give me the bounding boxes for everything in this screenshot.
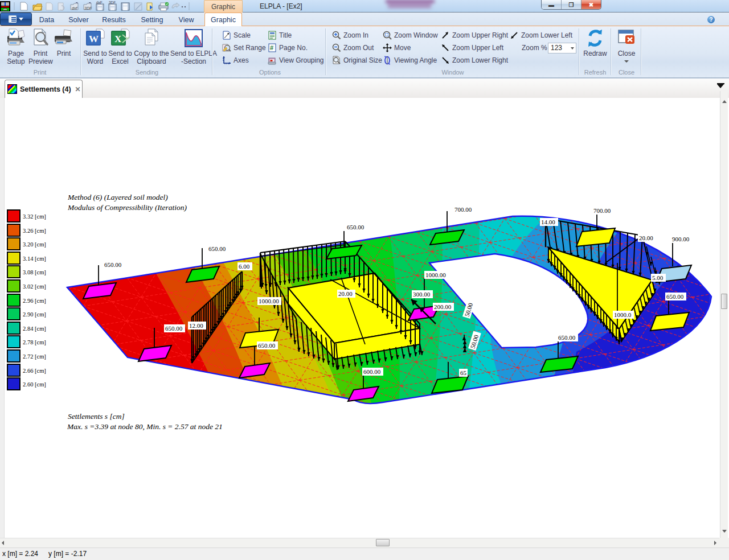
svg-text:650.00: 650.00 (104, 261, 122, 268)
svg-text:900.00: 900.00 (672, 236, 690, 242)
svg-text:650.00: 650.00 (558, 334, 576, 341)
svg-text:3.20 [cm]: 3.20 [cm] (23, 241, 46, 248)
svg-text:20.00: 20.00 (639, 234, 653, 241)
svg-text:300.00: 300.00 (413, 291, 431, 298)
svg-text:700.00: 700.00 (593, 207, 611, 214)
svg-text:3.02 [cm]: 3.02 [cm] (23, 283, 46, 290)
svg-text:Settlements s [cm]: Settlements s [cm] (68, 412, 125, 421)
svg-text:3.32 [cm]: 3.32 [cm] (23, 213, 46, 220)
svg-text:600.00: 600.00 (363, 368, 381, 375)
svg-text:14.00: 14.00 (541, 219, 555, 225)
svg-text:3.26 [cm]: 3.26 [cm] (23, 228, 46, 234)
svg-text:650.00: 650.00 (208, 245, 226, 252)
svg-text:5.00: 5.00 (652, 274, 664, 281)
svg-text:650.00: 650.00 (165, 325, 183, 332)
svg-text:1000.00: 1000.00 (425, 271, 446, 278)
svg-text:2.84 [cm]: 2.84 [cm] (23, 326, 46, 332)
svg-text:2.72 [cm]: 2.72 [cm] (23, 353, 46, 360)
svg-text:2.66 [cm]: 2.66 [cm] (23, 368, 46, 374)
svg-text:12.00: 12.00 (189, 322, 203, 329)
svg-text:700.00: 700.00 (454, 206, 472, 213)
svg-text:2.96 [cm]: 2.96 [cm] (23, 298, 46, 304)
svg-text:2.60 [cm]: 2.60 [cm] (23, 381, 46, 388)
svg-text:Modulus of Compressibility (It: Modulus of Compressibility (Iteration) (67, 203, 187, 212)
svg-text:2.78 [cm]: 2.78 [cm] (23, 339, 46, 345)
svg-text:6.00: 6.00 (239, 263, 250, 270)
svg-text:1000.00: 1000.00 (259, 298, 279, 304)
svg-text:1000.0: 1000.0 (614, 311, 632, 318)
svg-text:650.00: 650.00 (666, 293, 684, 300)
svg-text:200.00: 200.00 (434, 303, 452, 310)
svg-text:650.00: 650.00 (258, 342, 276, 349)
svg-text:20.00: 20.00 (338, 290, 353, 297)
svg-text:2.90 [cm]: 2.90 [cm] (23, 311, 46, 318)
svg-text:3.08 [cm]: 3.08 [cm] (23, 269, 46, 275)
svg-text:Max. s =3.39 at node 80, Min.: Max. s =3.39 at node 80, Min. s = 2.57 a… (67, 422, 223, 431)
svg-text:65: 65 (460, 369, 467, 376)
svg-text:3.14 [cm]: 3.14 [cm] (23, 256, 46, 262)
svg-text:Method (6) (Layered soil model: Method (6) (Layered soil model) (67, 193, 168, 201)
svg-text:650.00: 650.00 (347, 224, 364, 230)
